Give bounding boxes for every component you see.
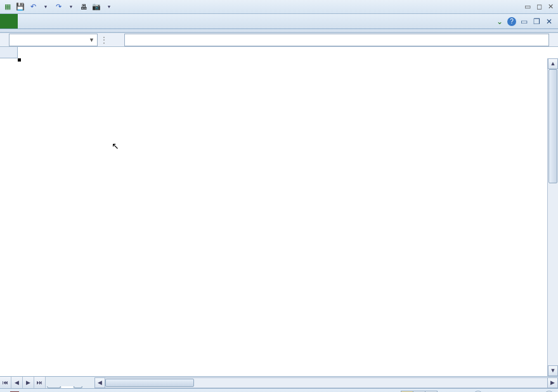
horizontal-scrollbar[interactable]: ◀ ▶ — [94, 377, 558, 388]
scroll-up-button[interactable]: ▲ — [548, 58, 558, 69]
active-cell-outline — [18, 58, 20, 61]
horizontal-scroll-track[interactable] — [105, 377, 547, 388]
fill-handle[interactable] — [18, 58, 21, 62]
sheet-tab-sheet4[interactable] — [47, 386, 61, 388]
vertical-scrollbar[interactable]: ▲ ▼ — [547, 58, 558, 376]
minimize-icon[interactable]: ▭ — [522, 3, 533, 11]
ribbon-tabs: ⌄ ? ▭ ❐ ✕ — [0, 14, 558, 29]
redo-menu-icon[interactable]: ▼ — [66, 2, 76, 12]
sheet-first-button[interactable]: ⏮ — [0, 377, 11, 388]
tab-insert[interactable] — [36, 19, 53, 24]
workbook-close-icon[interactable]: ✕ — [544, 16, 554, 27]
sheet-tab-sheet6[interactable] — [60, 386, 74, 388]
workbook-restore-icon[interactable]: ❐ — [531, 16, 542, 27]
cursor-arrow-icon: ↖ — [112, 141, 119, 151]
tab-review[interactable] — [107, 19, 124, 24]
tab-developer[interactable] — [142, 19, 160, 24]
sheet-next-button[interactable]: ▶ — [23, 377, 34, 388]
tab-data[interactable] — [89, 19, 107, 24]
title-bar: ▦ 💾 ↶ ▼ ↷ ▼ 🖶 📷 ▼ ▭ ◻ ✕ — [0, 0, 558, 14]
name-box[interactable]: ▼ — [9, 34, 98, 46]
undo-icon[interactable]: ↶ — [28, 2, 38, 12]
tab-home[interactable] — [18, 19, 36, 24]
horizontal-scroll-thumb[interactable] — [105, 379, 194, 387]
redo-icon[interactable]: ↷ — [53, 2, 63, 12]
excel-icon[interactable]: ▦ — [3, 2, 13, 12]
scroll-right-button[interactable]: ▶ — [547, 377, 558, 388]
column-headers — [18, 47, 558, 58]
formula-input[interactable] — [124, 34, 549, 46]
qat-customize-icon[interactable]: ▼ — [104, 2, 114, 12]
tab-pagelayout[interactable] — [53, 19, 71, 24]
file-tab[interactable] — [0, 14, 18, 29]
ribbon-minimize-icon[interactable]: ⌄ — [495, 16, 505, 27]
name-box-dropdown-icon[interactable]: ▼ — [89, 37, 94, 43]
undo-menu-icon[interactable]: ▼ — [41, 2, 51, 12]
sheet-last-button[interactable]: ⏭ — [34, 377, 46, 388]
quick-access-toolbar: ▦ 💾 ↶ ▼ ↷ ▼ 🖶 📷 ▼ — [3, 2, 114, 12]
window-controls: ▭ ◻ ✕ — [522, 3, 555, 11]
workbook-minimize-icon[interactable]: ▭ — [519, 16, 529, 27]
sheet-bar: ⏮ ◀ ▶ ⏭ ◀ ▶ — [0, 376, 558, 388]
scroll-down-button[interactable]: ▼ — [548, 365, 558, 376]
formula-bar: ▼ ⋮ — [0, 33, 558, 47]
tab-formulas[interactable] — [71, 19, 89, 24]
formula-separator: ⋮ — [99, 36, 109, 44]
sheet-nav: ⏮ ◀ ▶ ⏭ — [0, 377, 46, 388]
scroll-left-button[interactable]: ◀ — [94, 377, 105, 388]
select-all-corner[interactable] — [0, 47, 18, 58]
vertical-scroll-thumb[interactable] — [548, 69, 557, 183]
help-icon[interactable]: ? — [507, 17, 516, 26]
sheet-tab-more[interactable] — [74, 386, 82, 388]
close-icon[interactable]: ✕ — [545, 3, 555, 11]
status-bar: ▦ ▤ ▭ − + — [0, 388, 558, 392]
save-icon[interactable]: 💾 — [15, 2, 25, 12]
ribbon-right: ⌄ ? ▭ ❐ ✕ — [495, 16, 558, 27]
tab-view[interactable] — [124, 19, 142, 24]
sheet-prev-button[interactable]: ◀ — [11, 377, 23, 388]
tab-addins[interactable] — [160, 19, 178, 24]
print-icon[interactable]: 🖶 — [79, 2, 89, 12]
maximize-icon[interactable]: ◻ — [534, 3, 544, 11]
camera-icon[interactable]: 📷 — [91, 2, 101, 12]
worksheet-grid: ↖ ▲ ▼ — [0, 47, 558, 376]
sheet-tabs — [46, 377, 82, 388]
